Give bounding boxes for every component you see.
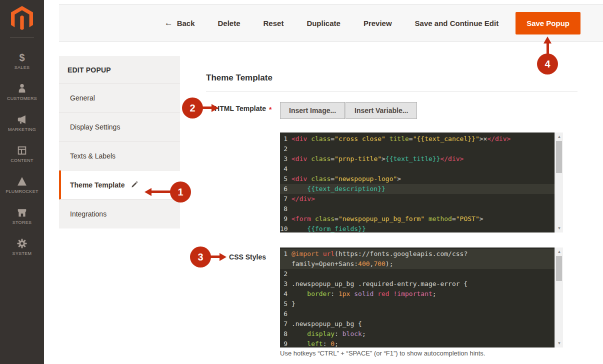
magento-logo[interactable]	[11, 6, 33, 31]
css-editor-code-area[interactable]: 1@import url(https://fonts.googleapis.co…	[280, 248, 554, 348]
marketing-icon	[16, 114, 28, 126]
code-line: 1@import url(https://fonts.googleapis.co…	[280, 249, 554, 269]
nav-item-general[interactable]: General	[59, 84, 180, 112]
preview-button[interactable]: Preview	[364, 19, 392, 28]
scroll-down-icon[interactable]: ▼	[555, 339, 564, 348]
section-title: Theme Template	[206, 73, 272, 83]
nav-panel-title: EDIT POPUP	[59, 56, 180, 84]
code-line: 7</div>	[280, 194, 554, 204]
sidebar-item-label: CONTENT	[10, 158, 34, 163]
code-line: 2	[280, 269, 554, 279]
css-styles-code-editor[interactable]: 1@import url(https://fonts.googleapis.co…	[280, 248, 563, 348]
line-number: 5	[280, 174, 289, 184]
code-line: 2	[280, 144, 554, 154]
edit-pencil-icon	[130, 181, 138, 188]
page-actions-toolbar: ← Back Delete Reset Duplicate Preview Sa…	[59, 4, 603, 42]
nav-panel-items: GeneralDisplay SettingsTexts & LabelsThe…	[59, 84, 180, 228]
system-icon	[16, 238, 28, 250]
content-icon	[16, 144, 28, 156]
hotkeys-hint: Use hotkeys “CTRL” + “SPACE” (or “F1”) t…	[280, 350, 485, 357]
step-4-arrow-head-icon	[544, 36, 552, 44]
code-line: 6 {{text_description}}	[280, 184, 554, 194]
line-number: 8	[280, 204, 289, 214]
code-line: 7.newspopup_up_bg {	[280, 319, 554, 329]
save-popup-button[interactable]: Save Popup	[516, 12, 580, 34]
line-number: 7	[280, 194, 289, 204]
stores-icon	[16, 206, 28, 218]
nav-item-integrations[interactable]: Integrations	[59, 200, 180, 228]
nav-item-theme-template[interactable]: Theme Template	[59, 170, 180, 200]
step-2-arrow-line	[202, 106, 212, 109]
insert-image-button[interactable]: Insert Image...	[280, 102, 345, 119]
reset-button[interactable]: Reset	[264, 19, 284, 28]
sidebar-menu: $SALESCUSTOMERSMARKETINGCONTENTPLUMROCKE…	[0, 42, 44, 259]
edit-popup-nav-panel: EDIT POPUP GeneralDisplay SettingsTexts …	[59, 56, 180, 228]
scrollbar-thumb[interactable]	[556, 256, 562, 281]
line-number: 3	[280, 279, 289, 289]
html-template-code-editor[interactable]: 1<div class="cross close" title="{{text_…	[280, 132, 563, 232]
sidebar-item-label: SYSTEM	[12, 251, 32, 256]
plumrocket-icon	[16, 176, 28, 188]
line-number: 4	[280, 289, 289, 299]
code-line: 8	[280, 204, 554, 214]
step-3-arrow-head-icon	[220, 253, 226, 261]
duplicate-button[interactable]: Duplicate	[306, 19, 340, 28]
sidebar-item-plumrocket[interactable]: PLUMROCKET	[0, 166, 44, 197]
line-number: 1	[280, 134, 289, 144]
scroll-up-icon[interactable]: ▲	[555, 132, 564, 141]
step-3-arrow-line	[210, 256, 220, 258]
step-1-arrow-line	[152, 190, 172, 193]
line-number: 8	[280, 329, 289, 339]
back-button-label: Back	[177, 19, 195, 28]
nav-item-display-settings[interactable]: Display Settings	[59, 112, 180, 142]
sidebar-item-sales[interactable]: $SALES	[0, 42, 44, 73]
line-number: 9	[280, 339, 289, 348]
code-line: 4 border: 1px solid red !important;	[280, 289, 554, 299]
sidebar-item-customers[interactable]: CUSTOMERS	[0, 73, 44, 104]
nav-item-texts-labels[interactable]: Texts & Labels	[59, 142, 180, 170]
required-asterisk: *	[269, 106, 272, 114]
nav-item-label: Theme Template	[70, 181, 124, 189]
code-line: 9 left: 0;	[280, 339, 554, 348]
sidebar-item-system[interactable]: SYSTEM	[0, 228, 44, 259]
sidebar-item-content[interactable]: CONTENT	[0, 135, 44, 166]
sidebar-item-label: CUSTOMERS	[7, 96, 37, 101]
code-line: 10 {{form_fields}}	[280, 224, 554, 232]
nav-item-label: Integrations	[70, 210, 106, 218]
nav-item-label: Display Settings	[70, 123, 120, 131]
html-editor-scrollbar[interactable]: ▲ ▼	[554, 132, 563, 232]
line-number: 4	[280, 164, 289, 174]
sidebar-item-label: SALES	[14, 65, 30, 70]
line-number: 3	[280, 154, 289, 164]
sidebar-item-stores[interactable]: STORES	[0, 197, 44, 228]
line-number: 2	[280, 269, 289, 279]
html-editor-code-area[interactable]: 1<div class="cross close" title="{{text_…	[280, 132, 554, 232]
customers-icon	[16, 82, 28, 94]
admin-sidebar: $SALESCUSTOMERSMARKETINGCONTENTPLUMROCKE…	[0, 0, 44, 364]
delete-button[interactable]: Delete	[218, 19, 240, 28]
line-number: 7	[280, 319, 289, 329]
insert-variable-button[interactable]: Insert Variable...	[346, 102, 417, 119]
code-line: 4	[280, 164, 554, 174]
back-button[interactable]: ← Back	[164, 18, 195, 28]
save-and-continue-button[interactable]: Save and Continue Edit	[415, 19, 499, 28]
code-line: 8 display: block;	[280, 329, 554, 339]
scroll-up-icon[interactable]: ▲	[555, 248, 564, 256]
css-editor-scrollbar[interactable]: ▲ ▼	[554, 248, 563, 348]
step-4-badge: 4	[537, 54, 558, 74]
step-1-badge: 1	[170, 182, 191, 202]
scrollbar-thumb[interactable]	[556, 141, 562, 173]
code-line: 3.newspopup_up_bg .required-entry.mage-e…	[280, 279, 554, 289]
step-1-arrow-head-icon	[144, 188, 152, 196]
line-number: 9	[280, 214, 289, 224]
code-line: 5<div class="newspopup-logo">	[280, 174, 554, 184]
step-2-arrow-head-icon	[212, 104, 218, 112]
sidebar-item-label: MARKETING	[8, 127, 36, 132]
nav-item-label: General	[70, 94, 95, 102]
line-number: 1	[280, 249, 289, 269]
sidebar-item-marketing[interactable]: MARKETING	[0, 104, 44, 135]
line-number: 2	[280, 144, 289, 154]
sales-icon: $	[16, 52, 28, 64]
sidebar-divider	[10, 37, 34, 38]
scroll-down-icon[interactable]: ▼	[555, 224, 564, 232]
